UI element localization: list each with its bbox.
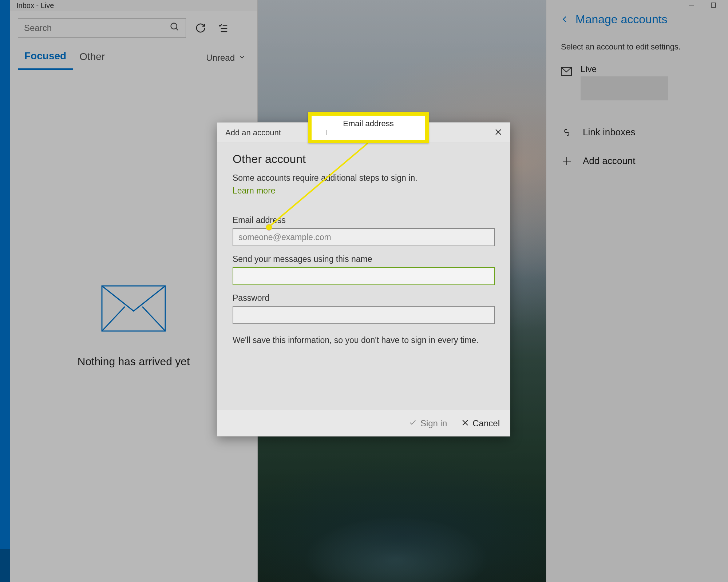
search-icon bbox=[170, 22, 180, 34]
mail-app: Inbox - Live Focused Other Unread bbox=[0, 0, 728, 582]
svg-rect-9 bbox=[711, 3, 716, 7]
manage-accounts-subtitle: Select an account to edit settings. bbox=[561, 42, 713, 52]
svg-line-6 bbox=[102, 307, 125, 331]
svg-line-7 bbox=[142, 307, 165, 331]
link-inboxes-label: Link inboxes bbox=[583, 127, 636, 138]
chevron-down-icon bbox=[238, 53, 246, 63]
password-field[interactable] bbox=[233, 306, 495, 324]
back-button[interactable] bbox=[561, 13, 569, 26]
maximize-button[interactable] bbox=[710, 1, 717, 11]
add-account-button[interactable]: Add account bbox=[561, 147, 713, 175]
account-name: Live bbox=[581, 64, 668, 74]
cancel-label: Cancel bbox=[472, 418, 500, 428]
dialog-heading: Other account bbox=[233, 152, 495, 166]
email-field[interactable] bbox=[233, 228, 495, 246]
link-icon bbox=[561, 128, 573, 136]
manage-accounts-panel: Manage accounts Select an account to edi… bbox=[546, 0, 728, 582]
display-name-field[interactable] bbox=[233, 267, 495, 285]
search-input[interactable] bbox=[24, 23, 170, 33]
dialog-title: Add an account bbox=[225, 128, 281, 137]
dialog-footer: Sign in Cancel bbox=[217, 410, 510, 436]
empty-message: Nothing has arrived yet bbox=[78, 355, 190, 368]
learn-more-link[interactable]: Learn more bbox=[233, 186, 276, 196]
tab-other[interactable]: Other bbox=[73, 47, 111, 69]
callout-label: Email address bbox=[343, 119, 393, 128]
mail-icon bbox=[561, 67, 572, 77]
callout-mini-field bbox=[327, 130, 410, 135]
sync-button[interactable] bbox=[193, 20, 209, 36]
envelope-icon bbox=[101, 285, 166, 334]
filter-label: Unread bbox=[206, 53, 235, 63]
manage-accounts-title: Manage accounts bbox=[575, 13, 668, 26]
window-controls bbox=[677, 0, 728, 12]
minimize-button[interactable] bbox=[688, 1, 695, 11]
search-box[interactable] bbox=[18, 18, 186, 38]
account-body: Live bbox=[581, 64, 668, 100]
account-email-placeholder bbox=[581, 76, 668, 100]
sign-in-button[interactable]: Sign in bbox=[409, 418, 447, 428]
email-label: Email address bbox=[233, 215, 495, 225]
check-icon bbox=[409, 418, 417, 428]
inbox-tabs: Focused Other Unread bbox=[10, 42, 257, 70]
manage-accounts-header: Manage accounts bbox=[561, 13, 713, 26]
add-account-dialog: Add an account Other account Some accoun… bbox=[217, 122, 510, 436]
save-info-note: We'll save this information, so you don'… bbox=[233, 334, 495, 346]
selection-mode-button[interactable] bbox=[215, 20, 231, 36]
tab-focused[interactable]: Focused bbox=[18, 46, 73, 70]
dialog-close-button[interactable] bbox=[495, 128, 502, 138]
plus-icon bbox=[561, 156, 573, 166]
display-name-label: Send your messages using this name bbox=[233, 254, 495, 264]
window-title: Inbox - Live bbox=[10, 0, 257, 11]
left-rail bbox=[0, 0, 10, 582]
svg-line-1 bbox=[176, 28, 178, 31]
callout-endpoint bbox=[266, 224, 272, 231]
svg-point-0 bbox=[171, 23, 177, 29]
window-title-text: Inbox - Live bbox=[16, 1, 54, 10]
password-label: Password bbox=[233, 293, 495, 303]
account-item-live[interactable]: Live bbox=[561, 64, 713, 100]
cancel-button[interactable]: Cancel bbox=[462, 418, 500, 428]
dialog-body: Other account Some accounts require addi… bbox=[217, 143, 510, 410]
svg-rect-5 bbox=[102, 286, 165, 331]
sign-in-label: Sign in bbox=[420, 418, 447, 428]
link-inboxes-button[interactable]: Link inboxes bbox=[561, 118, 713, 147]
close-icon bbox=[462, 418, 469, 428]
annotation-callout: Email address bbox=[308, 112, 429, 143]
dialog-description: Some accounts require additional steps t… bbox=[233, 173, 495, 183]
left-rail-accent bbox=[0, 549, 10, 582]
inbox-toolbar bbox=[10, 11, 257, 42]
filter-unread[interactable]: Unread bbox=[202, 48, 249, 67]
add-account-label: Add account bbox=[583, 155, 636, 167]
